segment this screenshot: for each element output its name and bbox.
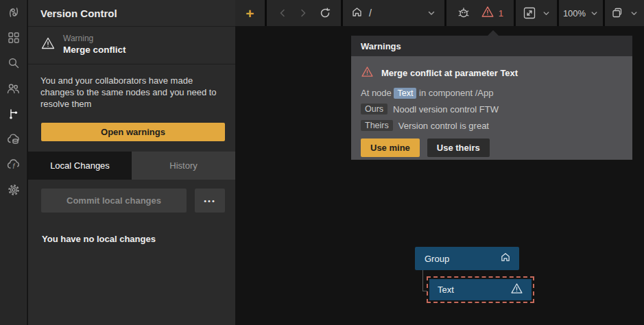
component-dropdown-chevron-icon[interactable] (427, 8, 436, 18)
sidebar-item-noodl-logo[interactable] (4, 5, 23, 22)
node-canvas[interactable]: Warnings Merge conflict at parameter Tex… (235, 26, 644, 325)
warning-triangle-icon (40, 36, 56, 53)
components-grid-icon (7, 31, 21, 47)
home-icon (500, 252, 511, 265)
theirs-chip: Theirs (361, 120, 393, 131)
branch-icon (7, 107, 21, 123)
commit-local-changes-button[interactable]: Commit local changes (41, 189, 187, 213)
group-node[interactable]: Group (415, 247, 519, 270)
text-node-conflict-outline[interactable]: Text (427, 276, 534, 303)
toolbar-preview-section (516, 0, 557, 26)
icon-sidebar: f (0, 0, 27, 325)
home-icon (351, 6, 363, 21)
toolbar-component-path[interactable]: / (343, 0, 444, 26)
ours-value: Noodl version control FTW (393, 104, 499, 115)
warning-count-badge: 1 (499, 8, 503, 19)
node-name-chip[interactable]: Text (394, 88, 416, 99)
warning-icon (510, 282, 523, 298)
text-node-label: Text (438, 285, 454, 295)
cloud-function-icon: f (6, 157, 21, 175)
tab-history[interactable]: History (132, 152, 235, 180)
text-node[interactable]: Text (429, 279, 532, 300)
add-node-button[interactable]: + (246, 6, 254, 21)
location-middle: in component (419, 88, 473, 98)
version-control-panel: Version Control Warning Merge conflict Y… (28, 0, 235, 325)
conflict-resolution-buttons: Use mine Use theirs (361, 139, 623, 157)
zoom-level-label: 100% (563, 8, 586, 19)
popup-warning-location: At node Text in component /App (361, 88, 623, 98)
gear-icon (7, 183, 21, 200)
warning-icon (481, 5, 494, 21)
refresh-button[interactable] (319, 7, 331, 19)
use-mine-button[interactable]: Use mine (361, 139, 420, 157)
noodl-logo-icon (6, 5, 21, 23)
panel-title: Version Control (40, 8, 117, 19)
ours-row: Ours Noodl version control FTW (361, 104, 623, 115)
cloud-database-icon (6, 132, 21, 149)
popup-warning-title: Merge conflict at parameter Text (381, 68, 518, 78)
theirs-value: Version control is great (398, 121, 489, 131)
popup-warning-row: Merge conflict at parameter Text (361, 65, 623, 81)
toolbar-zoom-section: 100% (559, 0, 603, 26)
preview-dropdown-chevron-icon[interactable] (542, 9, 551, 18)
theirs-row: Theirs Version control is great (361, 120, 623, 131)
no-local-changes-message: You have no local changes (28, 213, 235, 244)
use-theirs-button[interactable]: Use theirs (427, 139, 490, 157)
toolbar-frames-section (605, 0, 644, 26)
popup-header: Warnings (351, 36, 632, 56)
ours-chip: Ours (361, 104, 387, 115)
forward-button[interactable] (298, 8, 309, 19)
component-path-label: / (369, 8, 372, 19)
toolbar-add-section: + (235, 0, 265, 26)
conflict-description: You and your collaborators have made cha… (28, 64, 235, 110)
sidebar-item-version-control[interactable] (4, 107, 23, 123)
back-button[interactable] (277, 8, 288, 19)
popup-notch (487, 30, 499, 36)
viewports-button[interactable] (610, 6, 624, 20)
panel-tabs: Local Changes History (28, 152, 235, 180)
sidebar-item-settings[interactable] (4, 183, 23, 200)
zoom-dropdown-chevron-icon[interactable] (590, 9, 599, 18)
bug-icon[interactable] (457, 6, 470, 20)
canvas-toolbar: + / (235, 0, 644, 26)
group-node-label: Group (425, 254, 449, 264)
sidebar-item-cloud-services[interactable] (4, 132, 23, 149)
warnings-indicator[interactable]: 1 (481, 5, 503, 21)
expand-preview-button[interactable] (523, 6, 536, 20)
popup-title: Warnings (361, 41, 401, 51)
toolbar-nav-section (267, 0, 341, 26)
sidebar-item-collaboration[interactable] (4, 82, 23, 98)
commit-row: Commit local changes ••• (28, 180, 235, 213)
tab-local-changes[interactable]: Local Changes (28, 152, 132, 180)
warning-title: Merge conflict (63, 44, 126, 56)
more-options-button[interactable]: ••• (195, 189, 225, 213)
search-icon (7, 56, 21, 73)
sidebar-item-cloud-functions[interactable]: f (4, 158, 23, 174)
people-icon (6, 82, 21, 99)
merge-conflict-banner[interactable]: Warning Merge conflict (28, 27, 235, 64)
warning-icon (361, 65, 374, 81)
viewports-dropdown-chevron-icon[interactable] (630, 9, 639, 18)
open-warnings-button[interactable]: Open warnings (41, 123, 225, 141)
popup-body: Merge conflict at parameter Text At node… (351, 56, 632, 160)
warning-kind-label: Warning (63, 34, 126, 44)
location-prefix: At node (361, 88, 392, 98)
component-path: /App (475, 88, 494, 98)
warnings-popup: Warnings Merge conflict at parameter Tex… (351, 36, 632, 160)
sidebar-item-components[interactable] (4, 31, 23, 47)
svg-text:f: f (12, 162, 15, 170)
panel-header: Version Control (28, 0, 235, 27)
toolbar-debug-section: 1 (446, 0, 514, 26)
app-window: f Version Control (0, 0, 644, 325)
sidebar-item-search[interactable] (4, 56, 23, 73)
